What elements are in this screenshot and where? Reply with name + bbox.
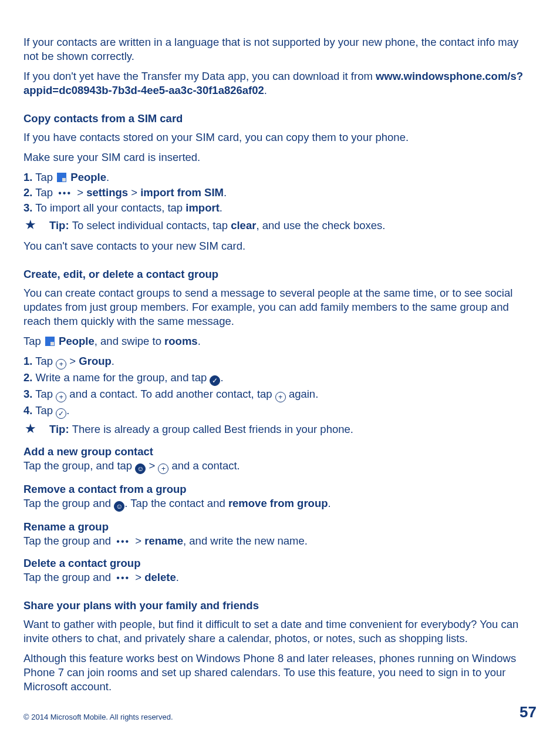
group-step-1: 1. Tap + > Group. xyxy=(23,354,537,370)
tip-row: ★ Tip: To select individual contacts, ta… xyxy=(23,219,537,233)
text: > xyxy=(66,355,79,367)
text: . xyxy=(66,404,69,416)
step-2: 2. Tap ••• > settings > import from SIM. xyxy=(23,186,537,200)
paragraph: If you don't yet have the Transfer my Da… xyxy=(23,69,537,98)
group-circle-icon: ☺ xyxy=(135,463,146,474)
paragraph: Tap the group and ••• > rename, and writ… xyxy=(23,534,537,548)
paragraph: Tap People, and swipe to rooms. xyxy=(23,334,537,348)
text: . xyxy=(224,186,227,199)
step-number: 1. xyxy=(23,355,32,367)
paragraph: You can create contact groups to send a … xyxy=(23,286,537,328)
text: Tap xyxy=(32,404,56,416)
text: and a contact. xyxy=(168,459,239,472)
paragraph: Want to gather with people, but find it … xyxy=(23,617,537,646)
text: and a contact. To add another contact, t… xyxy=(66,388,275,400)
heading-share: Share your plans with your family and fr… xyxy=(23,599,537,613)
text: . xyxy=(106,171,109,183)
step-number: 2. xyxy=(23,371,32,384)
text: , and swipe to xyxy=(95,335,164,347)
more-icon: ••• xyxy=(56,187,74,200)
subheading-delete: Delete a contact group xyxy=(23,556,537,570)
heading-group: Create, edit, or delete a contact group xyxy=(23,267,537,281)
paragraph: Although this feature works best on Wind… xyxy=(23,651,537,694)
plus-circle-icon: + xyxy=(56,392,66,402)
star-icon: ★ xyxy=(23,219,49,231)
page-footer: © 2014 Microsoft Mobile. All rights rese… xyxy=(23,703,537,723)
step-number: 2. xyxy=(23,186,32,199)
tip-text: Tip: There is already a group called Bes… xyxy=(49,422,537,436)
paragraph: If your contacts are written in a langua… xyxy=(23,35,537,63)
heading-sim: Copy contacts from a SIM card xyxy=(23,112,537,126)
text: . xyxy=(220,201,222,214)
people-tile-icon xyxy=(57,173,66,182)
text: > xyxy=(132,571,144,583)
text: . xyxy=(220,371,223,384)
plus-circle-icon: + xyxy=(158,463,168,474)
paragraph: You can't save contacts to your new SIM … xyxy=(23,239,537,253)
group-circle-icon: ☺ xyxy=(114,501,124,512)
text: Tap the group and xyxy=(23,535,114,547)
step-3: 3. To import all your contacts, tap impo… xyxy=(23,201,537,215)
text: > xyxy=(128,186,140,199)
text: Tap xyxy=(23,335,44,347)
plus-circle-icon: + xyxy=(56,359,66,370)
text: If you don't yet have the Transfer my Da… xyxy=(23,70,376,82)
import-from-sim-label: import from SIM xyxy=(140,186,224,199)
text: . xyxy=(198,335,201,347)
text: There is already a group called Best fri… xyxy=(72,423,353,435)
text: Write a name for the group, and tap xyxy=(32,371,210,384)
more-icon: ••• xyxy=(114,572,132,585)
text: again. xyxy=(286,388,319,400)
delete-label: delete xyxy=(144,571,176,583)
paragraph: Tap the group and ☺. Tap the contact and… xyxy=(23,496,537,512)
tip-label: Tip: xyxy=(49,423,72,435)
group-step-4: 4. Tap ✓. xyxy=(23,404,537,419)
text: To import all your contacts, tap xyxy=(32,201,185,214)
step-number: 3. xyxy=(23,201,32,214)
plus-circle-icon: + xyxy=(275,392,286,402)
text: To select individual contacts, tap xyxy=(72,219,231,231)
text: . xyxy=(176,571,179,583)
text: Tap the group and xyxy=(23,497,114,509)
copyright-text: © 2014 Microsoft Mobile. All rights rese… xyxy=(23,713,173,723)
text: , and use the check boxes. xyxy=(256,219,385,231)
page-number: 57 xyxy=(519,703,537,723)
group-step-3: 3. Tap + and a contact. To add another c… xyxy=(23,387,537,402)
paragraph: If you have contacts stored on your SIM … xyxy=(23,130,537,145)
settings-label: settings xyxy=(86,186,128,199)
tip-row: ★ Tip: There is already a group called B… xyxy=(23,422,537,436)
text: > xyxy=(146,459,158,472)
text: Tap xyxy=(32,355,56,367)
subheading-rename: Rename a group xyxy=(23,520,537,534)
people-label: People xyxy=(68,171,106,183)
remove-label: remove from group xyxy=(228,497,328,509)
subheading-remove: Remove a contact from a group xyxy=(23,482,537,496)
rooms-label: rooms xyxy=(164,335,198,347)
tip-label: Tip: xyxy=(49,219,72,231)
paragraph: Tap the group, and tap ☺ > + and a conta… xyxy=(23,459,537,474)
subheading-add: Add a new group contact xyxy=(23,445,537,459)
people-tile-icon xyxy=(45,337,55,346)
text: Tap the group, and tap xyxy=(23,459,135,472)
paragraph: Tap the group and ••• > delete. xyxy=(23,570,537,585)
rename-label: rename xyxy=(144,535,183,547)
step-number: 3. xyxy=(23,388,32,400)
more-icon: ••• xyxy=(114,536,132,548)
paragraph: Make sure your SIM card is inserted. xyxy=(23,150,537,164)
text: Tap xyxy=(32,186,56,199)
step-number: 1. xyxy=(23,171,32,183)
save-circle-icon: ✓ xyxy=(210,375,220,386)
text: Tap xyxy=(32,388,56,400)
text: , and write the new name. xyxy=(183,535,308,547)
clear-label: clear xyxy=(231,219,256,231)
group-label: Group xyxy=(79,355,112,367)
tip-text: Tip: To select individual contacts, tap … xyxy=(49,219,537,233)
group-step-2: 2. Write a name for the group, and tap ✓… xyxy=(23,371,537,386)
text: > xyxy=(74,186,86,199)
text: > xyxy=(132,535,144,547)
import-label: import xyxy=(185,201,220,214)
text: Tap the group and xyxy=(23,571,114,583)
text: . Tap the contact and xyxy=(124,497,228,509)
people-label: People xyxy=(56,335,95,347)
star-icon: ★ xyxy=(23,422,49,435)
